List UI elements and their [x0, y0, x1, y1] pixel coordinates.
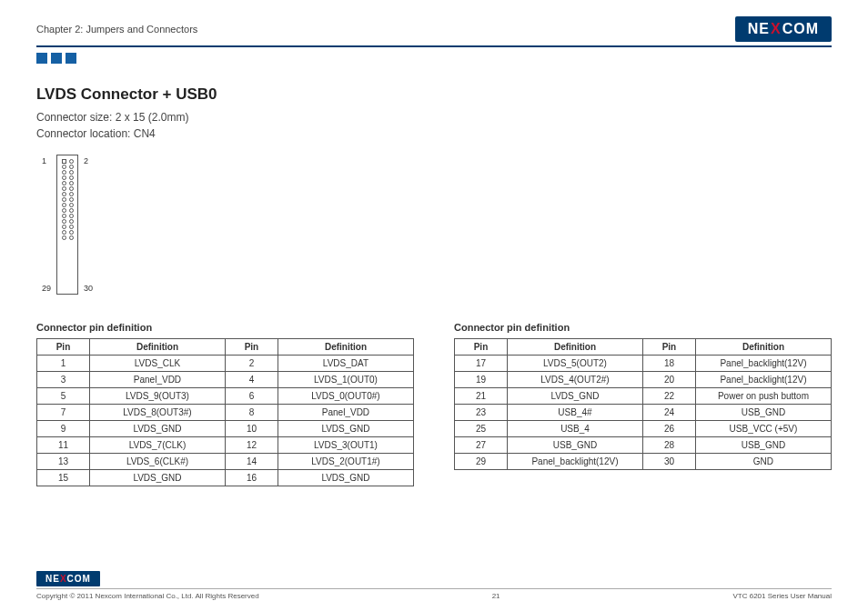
cell-pin: 18 — [642, 356, 695, 372]
cell-pin: 24 — [642, 405, 695, 421]
cell-def: USB_GND — [695, 405, 831, 421]
cell-def: LVDS_3(OUT1) — [278, 437, 413, 454]
decorative-squares — [36, 53, 832, 64]
cell-def: Panel_backlight(12V) — [507, 454, 642, 470]
cell-pin: 15 — [37, 470, 90, 486]
cell-pin: 1 — [37, 356, 90, 372]
th-def: Definition — [89, 339, 225, 356]
table-row: 5LVDS_9(OUT3)6LVDS_0(OUT0#) — [37, 388, 414, 405]
cell-def: LVDS_1(OUT0) — [278, 372, 413, 388]
table-row: 19LVDS_4(OUT2#)20Panel_backlight(12V) — [455, 372, 832, 388]
table-row: 9LVDS_GND10LVDS_GND — [37, 421, 414, 437]
th-def: Definition — [278, 339, 413, 356]
cell-pin: 17 — [455, 356, 508, 372]
diagram-right-labels: 2 30 — [84, 155, 93, 293]
th-def: Definition — [695, 339, 831, 356]
cell-pin: 11 — [37, 437, 90, 454]
cell-def: Panel_VDD — [89, 372, 225, 388]
table-right: Pin Definition Pin Definition 17LVDS_5(O… — [454, 338, 832, 470]
cell-def: LVDS_6(CLK#) — [89, 454, 225, 470]
cell-def: LVDS_GND — [89, 421, 225, 437]
nexcom-footer-logo: NEXCOM — [36, 571, 100, 586]
cell-pin: 2 — [225, 356, 278, 372]
table-left-title: Connector pin definition — [36, 322, 414, 333]
table-row: 23USB_4#24USB_GND — [455, 405, 832, 421]
cell-def: Power on push buttom — [695, 388, 831, 405]
cell-def: LVDS_9(OUT3) — [89, 388, 225, 405]
cell-def: USB_GND — [507, 437, 642, 454]
connector-diagram: 1 29 2 30 — [42, 155, 832, 295]
cell-pin: 9 — [37, 421, 90, 437]
table-row: 25USB_426USB_VCC (+5V) — [455, 421, 832, 437]
chapter-label: Chapter 2: Jumpers and Connectors — [36, 24, 197, 35]
cell-def: LVDS_2(OUT1#) — [278, 454, 413, 470]
cell-def: LVDS_GND — [278, 421, 413, 437]
cell-pin: 23 — [455, 405, 508, 421]
header: Chapter 2: Jumpers and Connectors NEXCOM — [36, 16, 832, 42]
cell-def: LVDS_4(OUT2#) — [507, 372, 642, 388]
cell-def: LVDS_CLK — [89, 356, 225, 372]
table-row: 29Panel_backlight(12V)30GND — [455, 454, 832, 470]
cell-def: LVDS_0(OUT0#) — [278, 388, 413, 405]
table-row: 13LVDS_6(CLK#)14LVDS_2(OUT1#) — [37, 454, 414, 470]
table-left: Pin Definition Pin Definition 1LVDS_CLK2… — [36, 338, 414, 486]
cell-pin: 3 — [37, 372, 90, 388]
cell-pin: 12 — [225, 437, 278, 454]
tables-row: Connector pin definition Pin Definition … — [36, 322, 832, 486]
cell-def: USB_GND — [695, 437, 831, 454]
section-title: LVDS Connector + USB0 — [36, 85, 832, 104]
cell-def: LVDS_GND — [89, 470, 225, 486]
header-rule — [36, 45, 832, 47]
th-pin: Pin — [225, 339, 278, 356]
cell-pin: 22 — [642, 388, 695, 405]
footer-page: 21 — [492, 592, 500, 600]
table-row: 3Panel_VDD4LVDS_1(OUT0) — [37, 372, 414, 388]
th-pin: Pin — [642, 339, 695, 356]
table-row: 11LVDS_7(CLK)12LVDS_3(OUT1) — [37, 437, 414, 454]
cell-def: LVDS_DAT — [278, 356, 413, 372]
cell-pin: 19 — [455, 372, 508, 388]
cell-def: LVDS_GND — [507, 388, 642, 405]
cell-pin: 4 — [225, 372, 278, 388]
cell-pin: 25 — [455, 421, 508, 437]
cell-pin: 14 — [225, 454, 278, 470]
cell-def: Panel_VDD — [278, 405, 413, 421]
cell-def: LVDS_8(OUT3#) — [89, 405, 225, 421]
cell-pin: 20 — [642, 372, 695, 388]
cell-pin: 21 — [455, 388, 508, 405]
th-pin: Pin — [37, 339, 90, 356]
th-pin: Pin — [455, 339, 508, 356]
footer-rule — [36, 588, 832, 589]
cell-def: USB_4# — [507, 405, 642, 421]
footer-manual: VTC 6201 Series User Manual — [733, 592, 833, 600]
cell-pin: 16 — [225, 470, 278, 486]
cell-pin: 28 — [642, 437, 695, 454]
table-row: 17LVDS_5(OUT2)18Panel_backlight(12V) — [455, 356, 832, 372]
nexcom-logo: NEXCOM — [735, 16, 832, 42]
th-def: Definition — [507, 339, 642, 356]
cell-def: USB_4 — [507, 421, 642, 437]
table-right-title: Connector pin definition — [454, 322, 832, 333]
table-left-block: Connector pin definition Pin Definition … — [36, 322, 414, 486]
cell-def: LVDS_7(CLK) — [89, 437, 225, 454]
cell-def: Panel_backlight(12V) — [695, 372, 831, 388]
diagram-left-labels: 1 29 — [42, 155, 51, 293]
table-row: 15LVDS_GND16LVDS_GND — [37, 470, 414, 486]
section-subtitle: Connector size: 2 x 15 (2.0mm) Connector… — [36, 109, 832, 142]
cell-pin: 26 — [642, 421, 695, 437]
cell-pin: 7 — [37, 405, 90, 421]
table-right-block: Connector pin definition Pin Definition … — [454, 322, 832, 486]
cell-pin: 10 — [225, 421, 278, 437]
table-row: 7LVDS_8(OUT3#)8Panel_VDD — [37, 405, 414, 421]
cell-pin: 27 — [455, 437, 508, 454]
cell-def: GND — [695, 454, 831, 470]
cell-pin: 8 — [225, 405, 278, 421]
cell-pin: 30 — [642, 454, 695, 470]
cell-pin: 13 — [37, 454, 90, 470]
footer-copyright: Copyright © 2011 Nexcom International Co… — [36, 592, 259, 600]
cell-pin: 29 — [455, 454, 508, 470]
table-row: 27USB_GND28USB_GND — [455, 437, 832, 454]
cell-def: Panel_backlight(12V) — [695, 356, 831, 372]
cell-pin: 6 — [225, 388, 278, 405]
table-row: 21LVDS_GND22Power on push buttom — [455, 388, 832, 405]
